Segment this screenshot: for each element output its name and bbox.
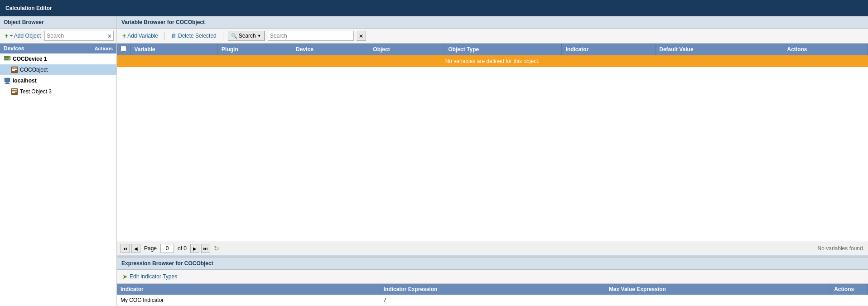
tree-item-localhost[interactable]: localhost bbox=[0, 75, 116, 86]
no-vars-found-label: No variables found. bbox=[818, 245, 864, 252]
app-title: Calculation Editor bbox=[5, 5, 52, 11]
var-search-clear-icon: ✕ bbox=[359, 33, 363, 39]
localhost-label: localhost bbox=[13, 78, 37, 84]
no-variables-message: No variables are defined for this object… bbox=[117, 55, 868, 67]
devices-label: Devices bbox=[4, 45, 24, 52]
variable-browser-toolbar: + Add Variable 🗑 Delete Selected 🔍 Searc… bbox=[117, 29, 868, 44]
object-browser-title: Object Browser bbox=[4, 19, 44, 25]
tree-item-cocobject[interactable]: COCObject bbox=[0, 64, 116, 75]
object-browser-header: Object Browser bbox=[0, 16, 116, 29]
svg-rect-7 bbox=[12, 70, 15, 71]
page-label: Page bbox=[144, 245, 157, 252]
object-search-wrap: ✕ bbox=[44, 31, 114, 41]
svg-rect-12 bbox=[12, 89, 17, 90]
add-variable-plus-icon: + bbox=[122, 32, 126, 39]
delete-selected-label: Delete Selected bbox=[178, 33, 217, 39]
trash-icon: 🗑 bbox=[171, 33, 177, 39]
add-object-button[interactable]: + + Add Object bbox=[3, 31, 43, 40]
last-page-button[interactable]: ⏭ bbox=[201, 244, 210, 253]
svg-point-3 bbox=[9, 59, 10, 60]
first-page-button[interactable]: ⏮ bbox=[121, 244, 130, 253]
expression-table-container: Indicator Indicator Expression Max Value… bbox=[117, 284, 868, 306]
devices-actions-label: Actions bbox=[95, 46, 113, 51]
svg-rect-10 bbox=[5, 83, 10, 84]
testobject3-icon bbox=[11, 88, 18, 95]
col-plugin: Plugin bbox=[218, 44, 292, 55]
variable-browser-section: Variable Browser for COCObject + Add Var… bbox=[117, 16, 868, 255]
svg-rect-6 bbox=[12, 69, 17, 70]
variable-search-input[interactable] bbox=[268, 31, 354, 41]
object-search-clear-button[interactable]: ✕ bbox=[106, 33, 113, 39]
expr-col-max-value-expression: Max Value Expression bbox=[605, 284, 830, 295]
col-checkbox bbox=[117, 44, 130, 55]
no-variables-row: No variables are defined for this object… bbox=[117, 55, 868, 67]
devices-header: Devices Actions bbox=[0, 44, 116, 53]
col-default-value: Default Value bbox=[656, 44, 783, 55]
left-panel: Object Browser + + Add Object ✕ Devices … bbox=[0, 16, 117, 306]
expr-cell-max-value-expression bbox=[605, 295, 830, 306]
variable-table: Variable Plugin Device Object Object Typ… bbox=[117, 44, 868, 67]
tree-area: COCDevice 1 COCObject localhost bbox=[0, 53, 116, 306]
col-indicator: Indicator bbox=[562, 44, 656, 55]
refresh-button[interactable]: ↻ bbox=[212, 245, 221, 252]
object-browser-toolbar: + + Add Object ✕ bbox=[0, 29, 116, 44]
svg-rect-13 bbox=[12, 91, 17, 92]
search-dropdown-label: Search bbox=[239, 33, 256, 39]
tree-item-device1[interactable]: COCDevice 1 bbox=[0, 53, 116, 64]
device1-label: COCDevice 1 bbox=[13, 56, 47, 62]
add-variable-label: Add Variable bbox=[127, 33, 158, 39]
object-icon bbox=[11, 66, 18, 73]
expression-browser-header: Expression Browser for COCObject bbox=[117, 257, 868, 270]
col-variable: Variable bbox=[130, 44, 218, 55]
toolbar-separator-2 bbox=[223, 32, 223, 40]
expr-cell-actions bbox=[830, 295, 868, 306]
tree-item-testobject3[interactable]: Test Object 3 bbox=[0, 86, 116, 97]
plus-icon: + bbox=[5, 32, 8, 39]
expr-col-actions: Actions bbox=[830, 284, 868, 295]
search-dropdown-arrow: ▼ bbox=[257, 34, 261, 38]
delete-selected-button[interactable]: 🗑 Delete Selected bbox=[169, 32, 218, 40]
page-number-input[interactable] bbox=[160, 244, 174, 253]
variable-search-clear-button[interactable]: ✕ bbox=[357, 31, 366, 41]
title-bar: Calculation Editor bbox=[0, 0, 868, 16]
expression-table: Indicator Indicator Expression Max Value… bbox=[117, 284, 868, 306]
expr-col-indicator-expression: Indicator Expression bbox=[380, 284, 605, 295]
prev-page-button[interactable]: ◀ bbox=[131, 244, 140, 253]
page-of-label: of 0 bbox=[178, 245, 187, 252]
edit-indicator-types-button[interactable]: ➤ Edit Indicator Types bbox=[121, 272, 179, 281]
variable-browser-header: Variable Browser for COCObject bbox=[117, 16, 868, 29]
add-object-label: + Add Object bbox=[10, 33, 41, 39]
edit-arrow-icon: ➤ bbox=[122, 273, 128, 280]
expression-browser-toolbar: ➤ Edit Indicator Types bbox=[117, 270, 868, 284]
testobject3-label: Test Object 3 bbox=[20, 88, 52, 95]
main-layout: Object Browser + + Add Object ✕ Devices … bbox=[0, 16, 868, 306]
expr-cell-indicator: My COC Indicator bbox=[117, 295, 380, 306]
cocobject-label: COCObject bbox=[20, 67, 48, 73]
localhost-icon bbox=[4, 77, 11, 84]
object-search-input[interactable] bbox=[45, 33, 106, 39]
variable-table-header-row: Variable Plugin Device Object Object Typ… bbox=[117, 44, 868, 55]
svg-rect-8 bbox=[5, 78, 10, 82]
svg-point-2 bbox=[9, 57, 10, 58]
next-page-button[interactable]: ▶ bbox=[190, 244, 199, 253]
col-object-type: Object Type bbox=[444, 44, 562, 55]
expr-cell-indicator-expression: 7 bbox=[380, 295, 605, 306]
right-panel: Variable Browser for COCObject + Add Var… bbox=[117, 16, 868, 306]
expression-browser-title: Expression Browser for COCObject bbox=[121, 260, 213, 267]
svg-rect-14 bbox=[12, 92, 15, 93]
expression-table-header-row: Indicator Indicator Expression Max Value… bbox=[117, 284, 868, 295]
expression-table-row: My COC Indicator 7 bbox=[117, 295, 868, 306]
col-object: Object bbox=[369, 44, 444, 55]
add-variable-button[interactable]: + Add Variable bbox=[121, 31, 160, 40]
server-icon bbox=[4, 55, 11, 63]
search-dropdown-wrap[interactable]: 🔍 Search ▼ bbox=[228, 31, 265, 41]
clear-icon: ✕ bbox=[107, 33, 112, 39]
expr-col-indicator: Indicator bbox=[117, 284, 380, 295]
search-dropdown-button[interactable]: 🔍 Search ▼ bbox=[228, 31, 265, 40]
expression-browser-section: Expression Browser for COCObject ➤ Edit … bbox=[117, 257, 868, 306]
edit-indicator-types-label: Edit Indicator Types bbox=[130, 273, 177, 280]
variable-browser-title: Variable Browser for COCObject bbox=[121, 19, 205, 25]
svg-rect-5 bbox=[12, 68, 17, 68]
select-all-checkbox[interactable] bbox=[121, 46, 126, 52]
col-actions: Actions bbox=[783, 44, 868, 55]
